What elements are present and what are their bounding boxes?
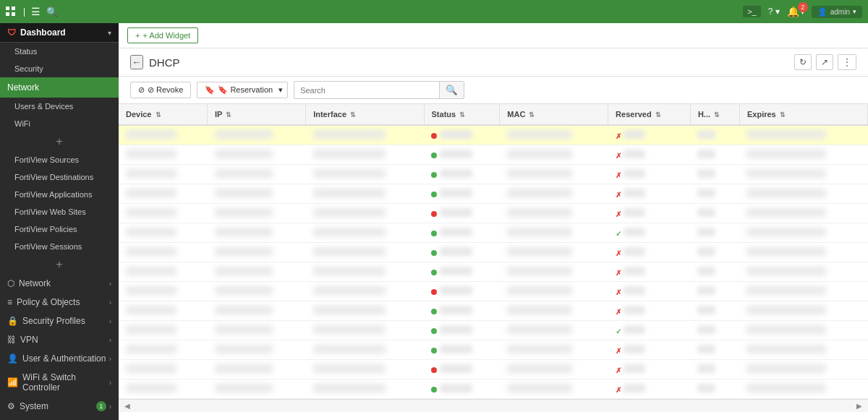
table-body: ✗ ✗ ✗: [119, 125, 868, 399]
cell-status: [424, 165, 500, 184]
col-ip[interactable]: IP ⇅: [208, 104, 306, 125]
cell-device: [119, 223, 208, 243]
status-dot: [431, 153, 437, 158]
scroll-indicator: ◀ ▶: [119, 399, 868, 412]
user-menu[interactable]: 👤 admin ▾: [812, 6, 862, 18]
cell-status: [424, 301, 500, 321]
ip-col-label: IP: [215, 110, 222, 119]
sidebar-item-status[interactable]: Status: [0, 43, 119, 60]
network-options-icon[interactable]: ⋮: [101, 82, 111, 93]
sidebar-item-network-nav[interactable]: ⬡ Network ›: [0, 274, 119, 293]
reservation-button[interactable]: 🔖 🔖 Reservation ▾: [197, 82, 288, 98]
sidebar-logo[interactable]: 🛡 Dashboard ▾: [0, 23, 119, 43]
status-label: Status: [14, 47, 37, 56]
sidebar-item-security-fabric[interactable]: 🕸 Security Fabric 1 ›: [0, 416, 119, 420]
col-mac[interactable]: MAC ⇅: [500, 104, 608, 125]
add-dashboard-btn[interactable]: +: [0, 132, 119, 151]
table-row[interactable]: ✗: [119, 301, 868, 321]
header-actions: ↻ ↗ ⋮: [794, 54, 856, 70]
cell-ip: [208, 282, 306, 301]
user-auth-label: User & Authentication: [22, 353, 106, 364]
cell-mac: [500, 340, 608, 360]
search-icon[interactable]: 🔍: [46, 7, 58, 17]
cell-expires: [739, 282, 867, 301]
table-row[interactable]: ✗: [119, 204, 868, 223]
cell-ip: [208, 223, 306, 243]
cell-ip: [208, 321, 306, 340]
table-row[interactable]: ✗: [119, 125, 868, 145]
table-row[interactable]: ✗: [119, 282, 868, 301]
sidebar-collapse-icon[interactable]: ▾: [108, 29, 111, 37]
cell-interface: [306, 340, 424, 360]
vpn-icon: ⛓: [7, 335, 16, 345]
table-row[interactable]: ✗: [119, 360, 868, 380]
cell-reserved: ✗: [608, 282, 691, 301]
sidebar-item-wifi[interactable]: WiFi: [0, 115, 119, 132]
add-widget-button[interactable]: + + Add Widget: [127, 27, 198, 43]
sidebar-item-security[interactable]: Security: [0, 60, 119, 77]
sidebar-item-vpn[interactable]: ⛓ VPN ›: [0, 330, 119, 349]
col-device[interactable]: Device ⇅: [119, 104, 208, 125]
sidebar-item-fv-applications[interactable]: FortiView Applications: [0, 186, 119, 203]
table-row[interactable]: ✗: [119, 262, 868, 282]
table-row[interactable]: ✓: [119, 321, 868, 340]
topbar: | ☰ 🔍 >_ ? ▾ 🔔 2 ▾ 👤 admin ▾: [0, 0, 868, 23]
cell-hostname: [690, 125, 739, 145]
table-row[interactable]: ✗: [119, 243, 868, 262]
external-link-button[interactable]: ↗: [816, 54, 833, 70]
table-row[interactable]: ✓: [119, 223, 868, 243]
cell-hostname: [690, 282, 739, 301]
revoke-button[interactable]: ⊘ ⊘ Revoke: [130, 82, 191, 98]
col-reserved[interactable]: Reserved ⇅: [608, 104, 691, 125]
scroll-left-icon[interactable]: ◀: [124, 402, 130, 410]
hamburger-icon[interactable]: ☰: [31, 6, 41, 17]
sidebar-item-wifi-switch[interactable]: 📶 WiFi & Switch Controller ›: [0, 368, 119, 397]
sidebar-item-fv-destinations[interactable]: FortiView Destinations: [0, 168, 119, 186]
cell-status: [424, 243, 500, 262]
sidebar-item-system[interactable]: ⚙ System 1 ›: [0, 397, 119, 416]
widget-bar: + + Add Widget: [119, 23, 868, 48]
add-fortiview-btn[interactable]: +: [0, 255, 119, 274]
status-dot: [431, 133, 437, 139]
col-interface[interactable]: Interface ⇅: [306, 104, 424, 125]
col-status[interactable]: Status ⇅: [424, 104, 500, 125]
mac-sort-icon: ⇅: [529, 111, 535, 119]
cell-reserved: ✗: [608, 301, 691, 321]
cell-interface: [306, 262, 424, 282]
cell-hostname: [690, 243, 739, 262]
sidebar-item-users-devices[interactable]: Users & Devices: [0, 98, 119, 115]
policy-icon: ≡: [7, 297, 12, 307]
search-input[interactable]: [294, 83, 439, 98]
scroll-right-icon[interactable]: ▶: [856, 402, 862, 410]
sidebar-item-policy-objects[interactable]: ≡ Policy & Objects ›: [0, 293, 119, 312]
col-hostname[interactable]: H... ⇅: [690, 104, 739, 125]
table-row[interactable]: ✗: [119, 165, 868, 184]
sidebar-item-fv-policies[interactable]: FortiView Policies: [0, 220, 119, 238]
search-button[interactable]: 🔍: [439, 82, 464, 98]
table-row[interactable]: ✗: [119, 145, 868, 165]
sidebar-item-fv-sources[interactable]: FortiView Sources: [0, 151, 119, 168]
cell-ip: [208, 145, 306, 165]
sidebar-item-user-auth[interactable]: 👤 User & Authentication ›: [0, 349, 119, 368]
cell-ip: [208, 301, 306, 321]
sidebar-item-network[interactable]: Network ⋮: [0, 77, 119, 98]
help-icon[interactable]: ? ▾: [768, 7, 780, 17]
col-expires[interactable]: Expires ⇅: [739, 104, 867, 125]
sidebar-item-security-profiles[interactable]: 🔒 Security Profiles ›: [0, 312, 119, 330]
more-options-button[interactable]: ⋮: [838, 54, 856, 70]
cell-expires: [739, 125, 867, 145]
terminal-icon[interactable]: >_: [743, 6, 761, 17]
back-button[interactable]: ←: [130, 55, 143, 69]
toolbar: ⊘ ⊘ Revoke 🔖 🔖 Reservation ▾ 🔍: [119, 77, 868, 104]
refresh-button[interactable]: ↻: [794, 54, 812, 70]
apps-grid-icon[interactable]: [6, 7, 16, 17]
notification-bell[interactable]: 🔔 2 ▾: [787, 6, 804, 17]
network-nav-arrow: ›: [109, 280, 111, 288]
revoke-icon: ⊘: [138, 85, 145, 95]
sidebar-item-fv-sessions[interactable]: FortiView Sessions: [0, 238, 119, 255]
table-row[interactable]: ✗: [119, 340, 868, 360]
table-row[interactable]: ✗: [119, 184, 868, 204]
sidebar-item-fv-web-sites[interactable]: FortiView Web Sites: [0, 203, 119, 220]
cell-device: [119, 262, 208, 282]
table-row[interactable]: ✗: [119, 380, 868, 399]
